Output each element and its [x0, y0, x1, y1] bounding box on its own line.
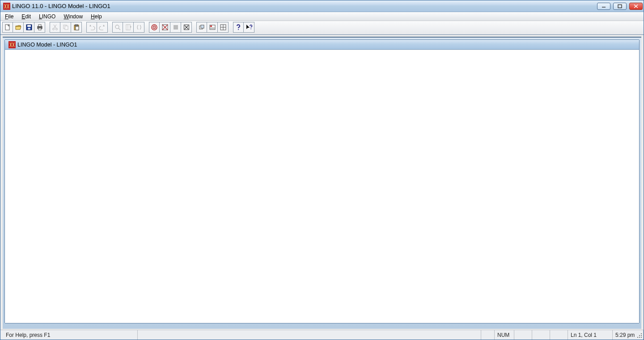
options-button[interactable]: [207, 22, 218, 33]
status-cursor: Ln 1, Col 1: [568, 330, 612, 340]
svg-rect-53: [637, 337, 638, 338]
open-button[interactable]: [13, 22, 24, 33]
context-help-button[interactable]: [244, 22, 254, 33]
size-grip-icon[interactable]: [636, 332, 643, 339]
match-paren-button[interactable]: [134, 22, 144, 33]
child-titlebar[interactable]: LINGO Model - LINGO1: [5, 40, 639, 50]
svg-line-23: [119, 28, 120, 30]
solve-button[interactable]: [149, 22, 160, 33]
svg-rect-11: [38, 25, 41, 26]
svg-rect-40: [210, 26, 212, 27]
menu-window[interactable]: Window: [64, 13, 83, 20]
svg-rect-50: [641, 333, 642, 334]
svg-point-13: [53, 28, 55, 30]
menu-edit[interactable]: Edit: [21, 13, 31, 20]
svg-rect-19: [76, 26, 79, 30]
svg-rect-12: [38, 28, 41, 30]
lingo-app-icon: [3, 3, 10, 10]
svg-rect-38: [201, 25, 204, 28]
close-all-button[interactable]: [181, 22, 192, 33]
svg-point-46: [238, 29, 239, 30]
svg-rect-55: [641, 337, 642, 338]
main-window: LINGO 11.0 - LINGO Model - LINGO1 File E…: [0, 0, 644, 340]
status-numlock: NUM: [494, 330, 514, 340]
new-button[interactable]: [2, 22, 13, 33]
minimize-button[interactable]: [597, 3, 610, 10]
mdi-client: LINGO Model - LINGO1: [3, 37, 641, 329]
svg-rect-2: [618, 4, 622, 8]
status-scrolllock: [514, 330, 532, 340]
svg-rect-16: [65, 26, 68, 30]
editor[interactable]: [5, 50, 639, 323]
svg-point-48: [250, 29, 251, 30]
print-button[interactable]: [34, 22, 45, 33]
undo-button[interactable]: [86, 22, 97, 33]
svg-rect-52: [641, 335, 642, 336]
statusbar: For Help, press F1 NUM Ln 1, Col 1 5:29 …: [0, 330, 644, 340]
find-button[interactable]: [112, 22, 123, 33]
close-button[interactable]: [629, 3, 643, 10]
status-spacer: [137, 330, 481, 340]
menu-help[interactable]: Help: [91, 13, 102, 20]
svg-rect-51: [639, 335, 640, 336]
help-topics-button[interactable]: [233, 22, 244, 33]
toolbar: [0, 21, 644, 35]
status-ovr: [532, 330, 550, 340]
status-rec: [550, 330, 568, 340]
svg-point-29: [154, 27, 155, 28]
tile-windows-button[interactable]: [218, 22, 229, 33]
editor-body[interactable]: [5, 50, 639, 323]
save-button[interactable]: [24, 22, 34, 33]
status-help: For Help, press F1: [3, 330, 137, 340]
solution-button[interactable]: [160, 22, 170, 33]
svg-marker-26: [130, 26, 131, 28]
svg-point-22: [115, 25, 119, 29]
svg-rect-49: [8, 41, 16, 48]
svg-rect-18: [75, 25, 78, 26]
svg-rect-0: [3, 3, 10, 10]
paste-button[interactable]: [71, 22, 82, 33]
svg-rect-54: [639, 337, 640, 338]
svg-point-14: [56, 28, 58, 30]
send-to-back-button[interactable]: [196, 22, 207, 33]
cut-button[interactable]: [50, 22, 60, 33]
redo-button[interactable]: [97, 22, 108, 33]
title-text: LINGO 11.0 - LINGO Model - LINGO1: [12, 3, 110, 9]
interrupt-button[interactable]: [170, 22, 181, 33]
goto-line-button[interactable]: [123, 22, 134, 33]
status-capslock: [481, 330, 494, 340]
maximize-button[interactable]: [613, 3, 627, 10]
menu-file[interactable]: File: [5, 13, 13, 20]
child-window: LINGO Model - LINGO1: [4, 39, 640, 323]
copy-button[interactable]: [60, 22, 71, 33]
svg-marker-47: [246, 25, 250, 29]
child-title-text: LINGO Model - LINGO1: [17, 42, 77, 48]
svg-marker-20: [89, 25, 91, 26]
menubar: File Edit LINGO Window Help: [0, 12, 644, 21]
svg-marker-21: [103, 25, 105, 26]
svg-rect-33: [174, 25, 178, 30]
menu-lingo[interactable]: LINGO: [39, 13, 55, 20]
titlebar[interactable]: LINGO 11.0 - LINGO Model - LINGO1: [0, 0, 644, 12]
lingo-doc-icon: [8, 41, 15, 48]
svg-rect-9: [28, 28, 30, 30]
svg-rect-8: [27, 25, 31, 27]
